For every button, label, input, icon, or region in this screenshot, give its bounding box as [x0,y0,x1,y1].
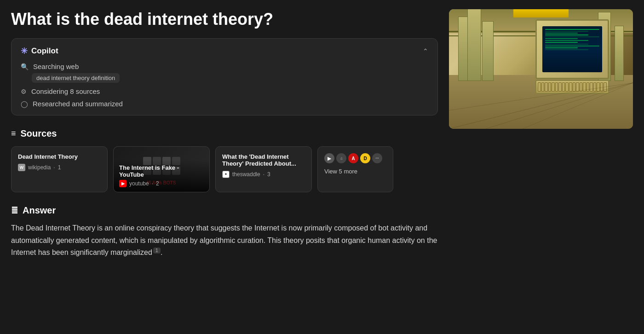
monitor-body [535,19,609,79]
screen-line [545,49,588,50]
source-meta: W wikipedia · 1 [18,164,101,171]
lines-icon: ≣ [11,206,18,216]
sources-section-header: ≡ Sources [11,128,438,139]
swaddle-favicon: ⚬ [222,171,230,178]
key [580,82,583,92]
view-more-label[interactable]: View 5 more [324,168,386,175]
source-card-title: Dead Internet Theory [18,153,101,160]
answer-section: ≣ Answer The Dead Internet Theory is an … [11,205,438,259]
search-icon: 🔍 [21,63,29,70]
sw-dot: · [263,171,264,178]
computer-room-illustration [449,9,633,129]
search-query-row: dead internet theory definition [32,73,428,83]
copilot-label: Copilot [31,46,58,56]
key [597,82,600,92]
view-more-icons: ▶ ♫ A D ··· [324,153,386,163]
view-more-card[interactable]: ▶ ♫ A D ··· View 5 more [317,146,393,192]
source-label: wikipedia [28,164,51,171]
copilot-header: ✳ Copilot ⌃ [21,46,428,56]
sw-label: theswaddle [232,171,260,178]
hero-image [449,9,633,129]
screen-line [545,42,578,43]
key [565,82,569,92]
source-meta-yt: ▶ youtube · 2 [119,180,204,187]
more-icon-5: ··· [372,153,382,163]
right-panel [449,9,633,325]
answer-text-part1: The Dead Internet Theory is an online co… [11,224,437,256]
researched-row: ◯ Researched and summarized [21,100,428,108]
screen-line [545,44,588,45]
screen-line [545,40,588,41]
main-content: What is the dead internet theory? ✳ Copi… [11,9,438,325]
searching-row: 🔍 Searching web [21,63,428,70]
answer-label: Answer [23,205,56,216]
more-icon-1: ▶ [324,153,334,163]
answer-text-part2: . [161,248,162,256]
considering-label: Considering 8 sources [31,87,100,95]
monitor-screen [542,26,602,72]
source-card-title-yt: The Internet is Fake - YouTube [119,164,204,178]
check-circle-icon: ◯ [21,100,28,108]
key [548,82,552,92]
key [541,82,545,92]
screen-line [545,35,588,35]
source-card-wikipedia[interactable]: Dead Internet Theory W wikipedia · 1 [11,146,108,192]
key [600,82,604,92]
key [593,82,597,92]
key [576,82,579,92]
source-meta-sw: ⚬ theswaddle · 3 [222,171,305,178]
yellow-ceiling-stripe [513,9,569,17]
screen-line [545,31,588,32]
sources-icon: ⚙ [21,88,27,95]
page-title: What is the dead internet theory? [11,9,438,29]
researched-label: Researched and summarized [33,100,123,108]
key [573,82,576,92]
key [569,82,572,92]
source-card-title-sw: What the 'Dead Internet Theory' Predicte… [222,153,305,167]
sources-label: Sources [21,128,57,139]
key [604,82,607,92]
yt-number: 2 [156,180,159,187]
screen-line [545,47,578,48]
key [545,82,548,92]
copilot-box: ✳ Copilot ⌃ 🔍 Searching web dead interne… [11,38,438,115]
citation-ref[interactable]: 1 [153,248,161,253]
server-rack-2 [467,9,481,81]
source-dot: · [53,164,55,171]
searching-label: Searching web [33,63,79,70]
search-query-tag: dead internet theory definition [32,73,120,83]
youtube-favicon: ▶ [119,180,126,187]
screen-line [545,46,599,46]
screen-line [545,36,599,37]
copilot-star-icon: ✳ [21,46,28,56]
key [538,82,541,92]
page-wrapper: What is the dead internet theory? ✳ Copi… [0,0,644,334]
key [555,82,558,92]
sw-number: 3 [267,171,270,178]
copilot-title: ✳ Copilot [21,46,58,56]
yt-dot: · [152,180,153,187]
key [590,82,593,92]
youtube-card-overlay: The Internet is Fake - YouTube ▶ youtube… [114,160,209,192]
screen-line [545,38,578,39]
key [562,82,565,92]
considering-row: ⚙ Considering 8 sources [21,87,428,95]
screen-line [545,33,578,34]
key [558,82,562,92]
source-number: 1 [58,164,61,171]
server-rack-3 [482,21,494,81]
wikipedia-favicon: W [18,164,25,171]
answer-text: The Dead Internet Theory is an online co… [11,222,438,259]
source-card-youtube[interactable]: IS 64% BOTS The Internet is Fake - YouTu… [113,146,210,192]
copilot-collapse-icon[interactable]: ⌃ [423,47,428,55]
more-icon-4: D [360,153,370,163]
answer-section-header: ≣ Answer [11,205,438,216]
more-icon-3: A [348,153,358,163]
more-icon-2: ♫ [336,153,346,163]
source-card-swaddle[interactable]: What the 'Dead Internet Theory' Predicte… [215,146,312,192]
yt-label: youtube [129,180,149,187]
screen-line [545,29,599,30]
main-computer [535,19,618,93]
key [586,82,590,92]
sources-cards: Dead Internet Theory W wikipedia · 1 [11,146,438,192]
